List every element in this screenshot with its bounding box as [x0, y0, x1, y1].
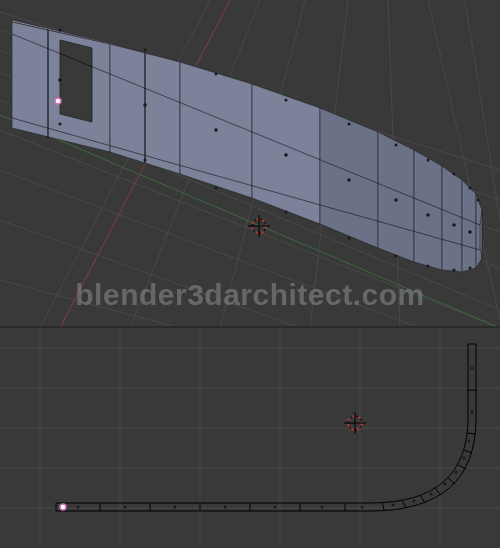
- svg-marker-24: [378, 132, 414, 262]
- object-origin: [55, 98, 61, 104]
- svg-point-107: [463, 457, 466, 460]
- svg-line-87: [402, 500, 406, 508]
- svg-line-7: [0, 220, 300, 326]
- svg-point-60: [427, 265, 430, 268]
- svg-point-100: [321, 506, 324, 509]
- svg-point-46: [215, 73, 218, 76]
- svg-line-88: [420, 495, 425, 503]
- svg-point-105: [444, 483, 447, 486]
- svg-point-52: [469, 187, 472, 190]
- svg-point-45: [144, 49, 147, 52]
- svg-point-98: [224, 506, 227, 509]
- svg-point-51: [453, 173, 456, 176]
- svg-point-48: [348, 123, 351, 126]
- svg-point-97: [174, 506, 177, 509]
- cursor-3d-icon: [248, 215, 270, 237]
- svg-point-35: [58, 78, 62, 82]
- svg-point-110: [471, 367, 474, 370]
- svg-point-57: [285, 211, 288, 214]
- svg-point-47: [285, 99, 288, 102]
- svg-point-99: [274, 506, 277, 509]
- svg-line-86: [382, 502, 384, 510]
- svg-point-42: [452, 223, 456, 227]
- svg-marker-25: [414, 150, 442, 270]
- svg-point-44: [59, 29, 62, 32]
- svg-point-62: [469, 267, 472, 270]
- svg-line-90: [448, 478, 455, 484]
- svg-point-109: [471, 411, 474, 414]
- cursor-3d-icon: [344, 412, 366, 434]
- orthographic-grid: [0, 328, 500, 548]
- object-origin: [60, 504, 66, 510]
- viewport-3d-canvas[interactable]: [0, 0, 500, 326]
- svg-point-95: [77, 506, 80, 509]
- viewport-3d-perspective[interactable]: [0, 0, 500, 328]
- svg-point-56: [215, 187, 218, 190]
- svg-point-55: [144, 159, 147, 162]
- mesh-curved-wall: [12, 20, 482, 272]
- svg-marker-27: [462, 180, 476, 272]
- svg-point-101: [361, 506, 364, 509]
- svg-marker-30: [60, 40, 92, 122]
- svg-point-106: [455, 471, 458, 474]
- svg-point-58: [348, 237, 351, 240]
- svg-point-36: [143, 103, 147, 107]
- perspective-grid: [0, 0, 500, 326]
- svg-line-14: [428, 0, 500, 320]
- svg-line-93: [467, 433, 475, 434]
- viewport-ortho-canvas[interactable]: [0, 328, 500, 548]
- svg-point-108: [468, 440, 471, 443]
- svg-point-38: [284, 153, 288, 157]
- svg-point-96: [124, 506, 127, 509]
- svg-point-54: [59, 123, 62, 126]
- svg-point-102: [392, 504, 395, 507]
- svg-point-49: [395, 144, 398, 147]
- svg-point-53: [477, 199, 480, 202]
- svg-line-8: [0, 280, 180, 326]
- svg-point-50: [427, 159, 430, 162]
- svg-point-40: [394, 198, 398, 202]
- svg-point-104: [430, 493, 433, 496]
- svg-point-37: [214, 128, 218, 132]
- svg-line-92: [464, 450, 472, 453]
- viewport-3d-top-ortho[interactable]: [0, 328, 500, 548]
- svg-marker-23: [320, 108, 378, 248]
- svg-point-103: [413, 500, 416, 503]
- svg-marker-26: [442, 166, 462, 272]
- svg-point-43: [468, 230, 472, 234]
- svg-point-61: [453, 269, 456, 272]
- svg-point-41: [426, 213, 430, 217]
- svg-point-39: [347, 178, 351, 182]
- svg-point-59: [395, 255, 398, 258]
